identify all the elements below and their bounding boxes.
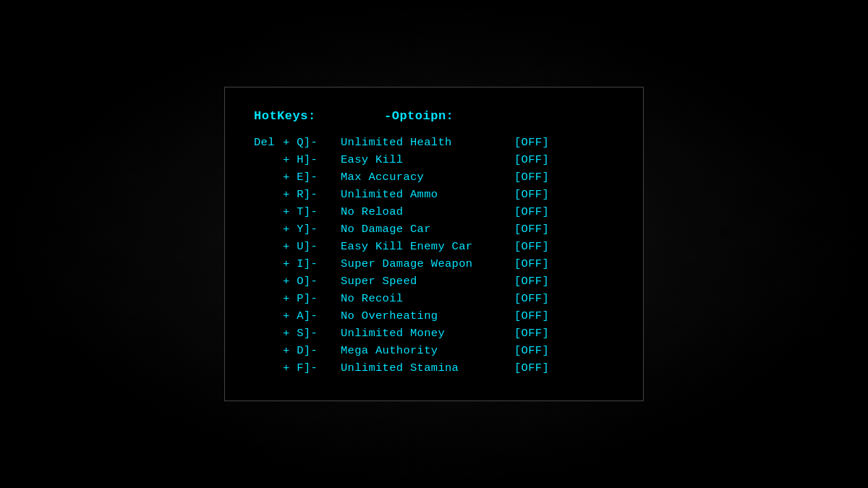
hotkey-key: + A]- (283, 309, 341, 322)
table-row: + D]-Mega Authority[OFF] (254, 344, 614, 357)
cheat-name[interactable]: No Recoil (341, 292, 514, 305)
cheat-name[interactable]: Unlimited Stamina (341, 361, 514, 374)
table-row: + R]-Unlimited Ammo[OFF] (254, 188, 614, 201)
hotkey-key: + O]- (283, 275, 341, 288)
cheat-name[interactable]: Easy Kill (341, 153, 514, 166)
table-row: + E]-Max Accuracy[OFF] (254, 171, 614, 184)
table-row: + U]-Easy Kill Enemy Car[OFF] (254, 240, 614, 253)
cheat-status[interactable]: [OFF] (514, 257, 549, 270)
cheat-name[interactable]: Easy Kill Enemy Car (341, 240, 514, 253)
cheat-status[interactable]: [OFF] (514, 240, 549, 253)
cheat-name[interactable]: Unlimited Money (341, 327, 514, 340)
background: HotKeys: -Optoipn: Del+ Q]-Unlimited Hea… (0, 0, 868, 488)
cheat-name[interactable]: No Overheating (341, 309, 514, 322)
hotkey-key: + S]- (283, 327, 341, 340)
cheat-status[interactable]: [OFF] (514, 136, 549, 149)
header-hotkeys: HotKeys: (254, 109, 341, 123)
table-row: + T]-No Reload[OFF] (254, 205, 614, 218)
hotkey-key: + D]- (283, 344, 341, 357)
cheat-name[interactable]: Mega Authority (341, 344, 514, 357)
table-row: + F]-Unlimited Stamina[OFF] (254, 361, 614, 374)
table-row: + A]-No Overheating[OFF] (254, 309, 614, 322)
hotkey-key: + E]- (283, 171, 341, 184)
hotkey-key: + Y]- (283, 223, 341, 236)
cheat-status[interactable]: [OFF] (514, 171, 549, 184)
hotkey-key: + H]- (283, 153, 341, 166)
cheat-name[interactable]: Super Damage Weapon (341, 257, 514, 270)
cheat-panel: HotKeys: -Optoipn: Del+ Q]-Unlimited Hea… (224, 87, 644, 401)
table-header: HotKeys: -Optoipn: (254, 109, 614, 123)
cheat-name[interactable]: Max Accuracy (341, 171, 514, 184)
cheat-status[interactable]: [OFF] (514, 153, 549, 166)
cheat-name[interactable]: Super Speed (341, 275, 514, 288)
hotkey-del: Del (254, 136, 283, 149)
table-row: + S]-Unlimited Money[OFF] (254, 327, 614, 340)
hotkey-key: + U]- (283, 240, 341, 253)
cheat-status[interactable]: [OFF] (514, 223, 549, 236)
header-option: -Optoipn: (384, 109, 529, 123)
cheat-name[interactable]: Unlimited Ammo (341, 188, 514, 201)
cheat-status[interactable]: [OFF] (514, 205, 549, 218)
cheat-status[interactable]: [OFF] (514, 309, 549, 322)
cheat-status[interactable]: [OFF] (514, 292, 549, 305)
table-row: + I]-Super Damage Weapon[OFF] (254, 257, 614, 270)
table-row: Del+ Q]-Unlimited Health[OFF] (254, 136, 614, 149)
hotkey-key: + F]- (283, 361, 341, 374)
table-row: + Y]-No Damage Car[OFF] (254, 223, 614, 236)
cheat-rows: Del+ Q]-Unlimited Health[OFF]+ H]-Easy K… (254, 136, 614, 374)
table-row: + H]-Easy Kill[OFF] (254, 153, 614, 166)
cheat-name[interactable]: Unlimited Health (341, 136, 514, 149)
cheat-status[interactable]: [OFF] (514, 361, 549, 374)
hotkey-key: + T]- (283, 205, 341, 218)
hotkey-key: + Q]- (283, 136, 341, 149)
cheat-name[interactable]: No Damage Car (341, 223, 514, 236)
hotkey-key: + P]- (283, 292, 341, 305)
hotkey-key: + R]- (283, 188, 341, 201)
hotkey-key: + I]- (283, 257, 341, 270)
cheat-status[interactable]: [OFF] (514, 188, 549, 201)
cheat-name[interactable]: No Reload (341, 205, 514, 218)
cheat-status[interactable]: [OFF] (514, 327, 549, 340)
cheat-status[interactable]: [OFF] (514, 344, 549, 357)
cheat-status[interactable]: [OFF] (514, 275, 549, 288)
table-row: + P]-No Recoil[OFF] (254, 292, 614, 305)
table-row: + O]-Super Speed[OFF] (254, 275, 614, 288)
